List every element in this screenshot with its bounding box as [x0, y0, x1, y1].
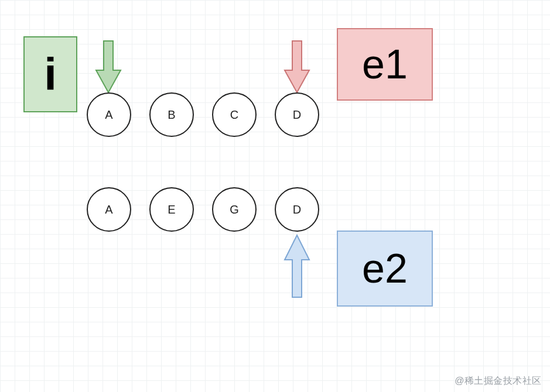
node-r1-3: D	[275, 92, 319, 137]
arrow-shape	[96, 41, 121, 92]
node-r2-0: A	[87, 187, 131, 232]
node-label: B	[168, 108, 175, 122]
node-r1-2: C	[212, 92, 257, 137]
arrow-blue-up-icon	[282, 234, 312, 298]
node-r2-2: G	[212, 187, 257, 232]
label-box-e2: e2	[337, 231, 433, 307]
node-label: C	[230, 108, 238, 122]
node-label: D	[293, 203, 301, 216]
label-i: i	[44, 48, 57, 101]
label-e1: e1	[362, 41, 408, 88]
node-label: D	[293, 108, 301, 122]
node-label: A	[105, 108, 112, 122]
node-label: E	[168, 203, 175, 216]
label-box-i: i	[23, 36, 77, 112]
watermark-text: @稀土掘金技术社区	[455, 375, 542, 387]
node-r1-0: A	[87, 92, 131, 137]
arrow-shape	[285, 235, 309, 297]
arrow-shape	[285, 41, 309, 92]
node-r2-1: E	[149, 187, 194, 232]
node-r1-1: B	[149, 92, 194, 137]
label-e2: e2	[362, 245, 408, 292]
diagram-canvas: i e1 e2 A B C D A E G D	[0, 0, 550, 392]
node-r2-3: D	[275, 187, 319, 232]
label-box-e1: e1	[337, 28, 433, 101]
node-label: A	[105, 203, 112, 216]
arrow-red-down-icon	[282, 40, 312, 94]
node-label: G	[230, 203, 239, 216]
arrow-green-down-icon	[94, 40, 123, 94]
